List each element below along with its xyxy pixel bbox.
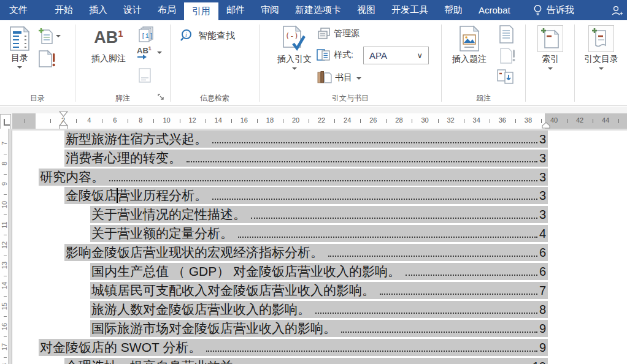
- text-cursor: [117, 188, 118, 203]
- table-of-authorities-button[interactable]: 引文目录: [583, 25, 620, 70]
- insert-table-of-figures-button[interactable]: [498, 25, 514, 44]
- bibliography-icon: [317, 70, 332, 85]
- bibliography-button[interactable]: 书目: [317, 70, 361, 85]
- ruler-tick: [257, 119, 258, 123]
- tab-help[interactable]: 帮助: [436, 0, 471, 20]
- ruler-tick: [102, 119, 102, 123]
- toc-button[interactable]: 目录: [5, 26, 34, 69]
- toc-entry-text: 对金陵饭店的 SWOT 分析。: [39, 339, 201, 356]
- tab-stop-selector[interactable]: [0, 114, 11, 130]
- toc-page-number: 6: [539, 246, 548, 260]
- toc-row[interactable]: 合理选址，提高自身营业效益10: [64, 358, 548, 364]
- group-label-captions: 题注: [442, 93, 525, 104]
- toc-entry-text: 国际旅游市场对金陵饭店营业收入的影响。: [90, 320, 336, 337]
- toc-row[interactable]: 新型旅游住宿方式兴起。3: [64, 131, 548, 148]
- ruler-number: 28: [395, 116, 402, 124]
- tab-home[interactable]: 开始: [47, 0, 81, 20]
- toc-row[interactable]: 研究内容。3: [39, 169, 548, 186]
- toc-entry-text: 新型旅游住宿方式兴起。: [64, 131, 207, 148]
- tab-file[interactable]: 文件: [0, 0, 37, 20]
- toc-button-label: 目录: [11, 53, 28, 64]
- tab-custom[interactable]: 新建选项卡: [287, 0, 349, 20]
- toc-row[interactable]: 消费者心理的转变。3: [64, 150, 548, 167]
- document-page[interactable]: 新型旅游住宿方式兴起。3 消费者心理的转变。3 研究内容。3 金陵饭店营业历程分…: [12, 131, 627, 364]
- toc-entry-text: 国内生产总值 （ GDP） 对金陵饭店营业收入的影响。: [90, 263, 401, 280]
- toc-page-number: 3: [539, 151, 548, 165]
- ruler-number: 12: [188, 116, 196, 124]
- citation-style-value: APA: [369, 50, 387, 61]
- toc-page-number: 4: [539, 227, 548, 241]
- toc-row[interactable]: 城镇居民可支配收入对金陵饭店营业收入的影响。7: [90, 282, 548, 299]
- toc-row[interactable]: 金陵饭店营业历程分析。3: [64, 187, 548, 204]
- tab-layout[interactable]: 布局: [150, 0, 184, 20]
- smart-lookup-label: 智能查找: [198, 30, 235, 42]
- svg-text:i: i: [185, 31, 187, 38]
- ruler-number: 4: [87, 116, 91, 124]
- toc-row[interactable]: 关于营业额的定量分析。4: [90, 225, 548, 242]
- ruler-tick: [153, 119, 154, 123]
- tab-design[interactable]: 设计: [115, 0, 150, 20]
- update-toc-button[interactable]: [38, 50, 55, 68]
- insert-caption-icon: [458, 25, 481, 52]
- smart-lookup-button[interactable]: i 智能查找: [180, 28, 235, 43]
- tab-insert[interactable]: 插入: [81, 0, 115, 20]
- ruler-number: 12: [1, 241, 8, 249]
- toc-row[interactable]: 关于营业情况的定性描述。3: [90, 206, 548, 223]
- ruler-number: 15: [1, 303, 8, 310]
- ruler-number: 30: [421, 116, 428, 124]
- ab1-footnote-icon: AB1: [94, 29, 123, 46]
- style-row: 样式:: [316, 48, 353, 62]
- insert-footnote-button[interactable]: AB1 插入脚注: [83, 29, 134, 64]
- toc-row[interactable]: 国内生产总值 （ GDP） 对金陵饭店营业收入的影响。6: [90, 263, 548, 280]
- next-footnote-button[interactable]: AB1: [137, 46, 162, 59]
- toc-row[interactable]: 影响金陵饭店营业现状的宏观经济指标分析。6: [64, 244, 548, 261]
- toc-row[interactable]: 对金陵饭店的 SWOT 分析。9: [39, 339, 548, 356]
- toc-row[interactable]: 国际旅游市场对金陵饭店营业收入的影响。9: [90, 320, 548, 337]
- account-button[interactable]: [610, 0, 623, 20]
- toc-entry-text: 关于营业情况的定性描述。: [90, 206, 246, 223]
- dot-leader: [380, 294, 537, 295]
- ruler-number: 10: [163, 116, 170, 124]
- cross-reference-button[interactable]: [497, 68, 514, 85]
- index-button[interactable]: 索引: [533, 25, 567, 70]
- citation-style-select[interactable]: APA ∨: [363, 47, 429, 64]
- show-notes-button[interactable]: [138, 68, 152, 83]
- vertical-ruler[interactable]: 789101112131415161718: [0, 129, 9, 364]
- right-indent-marker[interactable]: [542, 122, 550, 129]
- update-toc-icon: [38, 50, 55, 68]
- tab-references[interactable]: 引用: [184, 2, 218, 20]
- insert-citation-button[interactable]: (-) 插入引文: [271, 25, 318, 70]
- tab-acrobat[interactable]: Acrobat: [471, 0, 518, 20]
- horizontal-ruler[interactable]: 2468101214161820222426283032343638404244: [12, 113, 627, 129]
- ruler-tick: [515, 119, 516, 123]
- update-table-button[interactable]: [499, 47, 515, 64]
- toc-entry-text: 影响金陵饭店营业现状的宏观经济指标分析。: [64, 244, 323, 261]
- insert-footnote-label: 插入脚注: [91, 53, 126, 64]
- insert-endnote-button[interactable]: [i]: [138, 26, 154, 42]
- ruler-number: 18: [266, 116, 274, 124]
- tell-me-box[interactable]: 告诉我: [526, 0, 582, 20]
- ruler-tick: [438, 119, 439, 123]
- tab-mailings[interactable]: 邮件: [218, 0, 253, 20]
- dot-leader: [315, 313, 537, 314]
- ruler-number: 9: [1, 180, 8, 188]
- ruler-tick: [4, 276, 7, 276]
- toc-entry-text: 城镇居民可支配收入对金陵饭店营业收入的影响。: [90, 282, 375, 299]
- group-citations-bibliography: (-) 插入引文 管理源 样式: APA ∨: [260, 20, 441, 106]
- add-text-button[interactable]: [38, 28, 61, 45]
- tab-view[interactable]: 视图: [349, 0, 383, 20]
- ruler-number: 17: [1, 343, 8, 351]
- ruler-tick: [386, 119, 387, 123]
- tab-developer[interactable]: 开发工具: [383, 0, 436, 20]
- tab-review[interactable]: 审阅: [253, 0, 287, 20]
- dot-leader: [212, 199, 537, 200]
- ruler-number: 13: [1, 262, 8, 269]
- cross-reference-icon: [497, 68, 514, 85]
- manage-sources-button[interactable]: 管理源: [317, 28, 360, 40]
- toc-row[interactable]: 旅游人数对金陵饭店营业收入的影响。8: [90, 301, 548, 318]
- toc-page-number: 6: [539, 265, 548, 279]
- toc-page-number: 3: [539, 132, 548, 146]
- ruler-tick: [618, 119, 619, 123]
- insert-caption-button[interactable]: 插入题注: [445, 25, 493, 65]
- ruler-tick: [4, 256, 7, 256]
